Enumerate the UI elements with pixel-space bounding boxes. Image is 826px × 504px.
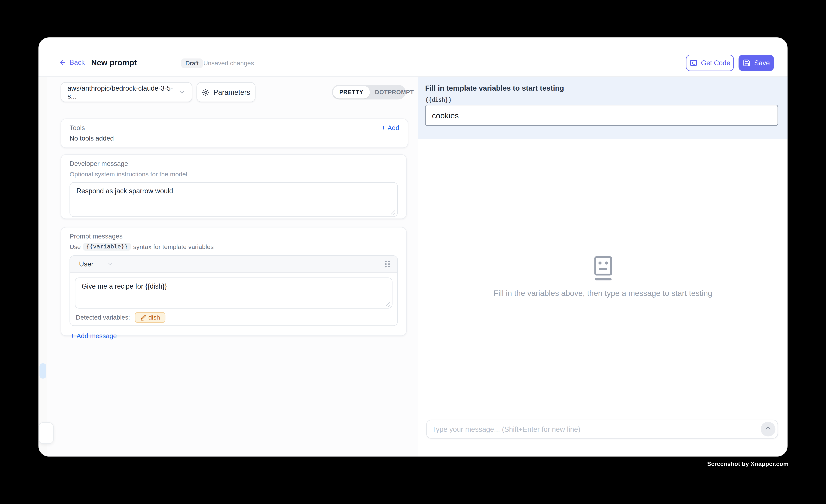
tools-title: Tools	[69, 124, 85, 132]
template-hint: Use {{variable}} syntax for template var…	[69, 243, 398, 251]
variables-section: Fill in template variables to start test…	[418, 77, 787, 139]
chevron-down-icon	[107, 261, 114, 267]
watermark: Screenshot by Xnapper.com	[707, 461, 789, 467]
composer-input[interactable]	[432, 425, 761, 433]
tools-card: Tools + Add No tools added	[61, 118, 408, 148]
message-textarea[interactable]: Give me a recipe for {{dish}}	[75, 277, 392, 309]
prompt-editor-panel: aws/anthropic/bedrock-claude-3-5-s... Pa…	[39, 77, 418, 456]
prompt-messages-card: Prompt messages Use {{variable}} syntax …	[61, 227, 407, 336]
page-title: New prompt	[91, 58, 137, 67]
role-selector[interactable]: User	[79, 260, 114, 268]
role-label: User	[79, 260, 94, 268]
back-label: Back	[69, 58, 85, 66]
developer-message-card: Developer message Optional system instru…	[61, 154, 407, 219]
variables-title: Fill in template variables to start test…	[425, 84, 778, 92]
variable-chip-label: dish	[149, 314, 160, 321]
left-rail	[39, 77, 47, 456]
add-message-button[interactable]: + Add message	[69, 332, 398, 339]
variable-code-chip: {{variable}}	[83, 243, 130, 251]
plus-icon: +	[71, 332, 74, 339]
model-selector[interactable]: aws/anthropic/bedrock-claude-3-5-s...	[61, 82, 192, 102]
empty-state: Fill in the variables above, then type a…	[418, 256, 787, 298]
back-button[interactable]: Back	[59, 58, 85, 66]
status-badge: Draft	[181, 58, 203, 68]
view-toggle: PRETTY DOTPROMPT	[332, 85, 406, 100]
save-icon	[743, 59, 751, 67]
screenshot-stage: Back New prompt Draft Unsaved changes Ge…	[0, 0, 826, 504]
parameters-button[interactable]: Parameters	[196, 82, 255, 102]
developer-message-title: Developer message	[69, 160, 398, 167]
gear-icon	[202, 88, 210, 96]
get-code-button[interactable]: Get Code	[686, 55, 734, 71]
send-arrow-icon	[764, 425, 772, 433]
variable-chip[interactable]: dish	[135, 312, 165, 323]
detected-variables-row: Detected variables: dish	[75, 312, 392, 323]
empty-state-text: Fill in the variables above, then type a…	[418, 289, 787, 298]
terminal-icon	[689, 59, 697, 67]
add-tool-button[interactable]: + Add	[381, 124, 399, 132]
message-header: User	[70, 256, 397, 273]
save-label: Save	[754, 59, 770, 67]
save-button[interactable]: Save	[739, 55, 774, 71]
floating-card	[39, 422, 54, 444]
add-message-label: Add message	[76, 332, 117, 339]
toggle-option-pretty[interactable]: PRETTY	[333, 86, 370, 98]
prompt-messages-title: Prompt messages	[69, 233, 398, 240]
hint-prefix: Use	[69, 243, 81, 250]
pencil-icon	[140, 315, 146, 320]
detected-variables-label: Detected variables:	[76, 314, 130, 321]
add-tool-label: Add	[388, 124, 399, 132]
tools-empty-text: No tools added	[69, 135, 399, 142]
developer-message-textarea[interactable]: Respond as jack sparrow would	[69, 182, 398, 217]
developer-message-subtitle: Optional system instructions for the mod…	[69, 171, 398, 178]
model-selector-value: aws/anthropic/bedrock-claude-3-5-s...	[67, 84, 178, 100]
unsaved-changes-label: Unsaved changes	[203, 60, 254, 67]
get-code-label: Get Code	[701, 59, 730, 67]
message-block: User Give me a recipe for {{dish}}	[69, 255, 398, 326]
message-composer	[426, 420, 778, 439]
variable-input[interactable]	[425, 105, 778, 126]
back-arrow-icon	[59, 59, 66, 66]
app-window: Back New prompt Draft Unsaved changes Ge…	[39, 37, 787, 456]
send-button[interactable]	[761, 422, 775, 437]
parameters-label: Parameters	[214, 88, 250, 96]
hint-suffix: syntax for template variables	[133, 243, 214, 250]
toggle-option-dotprompt[interactable]: DOTPROMPT	[370, 86, 419, 98]
variable-name-label: {{dish}}	[425, 97, 778, 103]
robot-icon	[418, 256, 787, 281]
rail-selected-item[interactable]	[40, 363, 46, 378]
plus-icon: +	[381, 124, 386, 132]
chevron-down-icon	[178, 88, 185, 96]
tester-panel: Fill in template variables to start test…	[418, 77, 787, 456]
drag-handle[interactable]	[385, 261, 390, 267]
